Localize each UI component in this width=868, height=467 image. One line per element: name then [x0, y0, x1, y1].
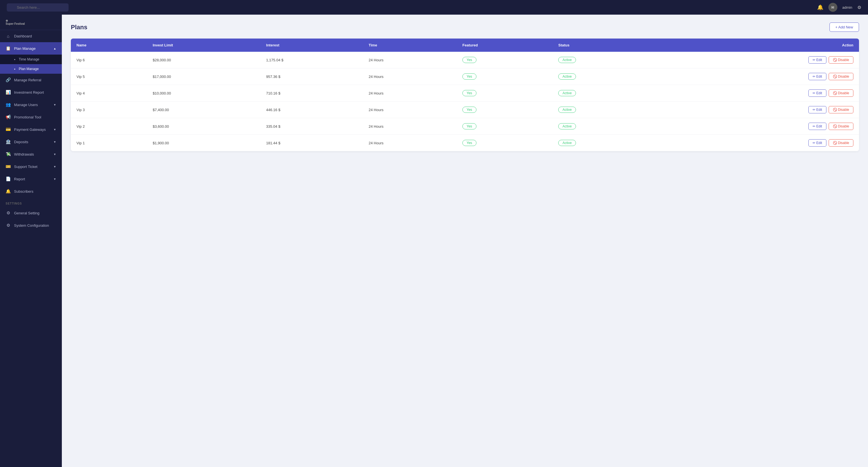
sidebar-item-deposits[interactable]: 🏦 Deposits ▼: [0, 136, 62, 148]
cell-time: 24 Hours: [363, 68, 457, 85]
sidebar-item-dashboard[interactable]: ⌂ Dashboard: [0, 30, 62, 42]
cell-name: Vip 5: [71, 68, 147, 85]
page-title: Plans: [71, 24, 87, 31]
sidebar-item-time-manage[interactable]: ● Time Manage: [0, 55, 62, 64]
notification-bell-icon[interactable]: 🔔: [817, 4, 823, 10]
sidebar-item-support-ticket[interactable]: 🎫 Support Ticket ▼: [0, 160, 62, 173]
search-input[interactable]: [7, 3, 69, 11]
cell-featured: Yes: [457, 101, 553, 118]
sidebar-item-general-setting[interactable]: ⚙ General Setting: [0, 207, 62, 219]
cell-name: Vip 6: [71, 52, 147, 68]
edit-button[interactable]: ✏ Edit: [808, 89, 827, 97]
avatar: ✉: [828, 3, 837, 12]
sidebar-item-subscribers[interactable]: 🔔 Subscribers: [0, 185, 62, 198]
sidebar-item-label: Report: [14, 177, 25, 181]
sidebar-item-system-configuration[interactable]: ⚙ System Configuration: [0, 219, 62, 232]
sidebar-item-manage-users[interactable]: 👥 Manage Users ▼: [0, 98, 62, 111]
plan-manage-icon: 📋: [6, 46, 11, 51]
cell-name: Vip 2: [71, 118, 147, 135]
cell-action: ✏ Edit 🚫 Disable: [656, 85, 859, 101]
cell-featured: Yes: [457, 68, 553, 85]
disable-button[interactable]: 🚫 Disable: [829, 73, 854, 80]
investment-report-icon: 📊: [6, 90, 11, 95]
edit-button[interactable]: ✏ Edit: [808, 139, 827, 147]
col-header-invest-limit: Invest Limit: [147, 38, 260, 52]
disable-button[interactable]: 🚫 Disable: [829, 56, 854, 64]
topbar-left: 🔍: [7, 3, 69, 11]
cell-name: Vip 4: [71, 85, 147, 101]
subscribers-icon: 🔔: [6, 189, 11, 194]
col-header-featured: Featured: [457, 38, 553, 52]
add-new-button[interactable]: + Add New: [830, 23, 859, 32]
sidebar-item-label: Dashboard: [14, 34, 32, 38]
chevron-up-icon: ▲: [53, 47, 56, 50]
chevron-down-icon: ▼: [53, 153, 56, 156]
cell-interest: 181.44 $: [260, 135, 363, 151]
action-buttons: ✏ Edit 🚫 Disable: [662, 106, 854, 113]
cell-name: Vip 3: [71, 101, 147, 118]
cell-action: ✏ Edit 🚫 Disable: [656, 52, 859, 68]
cell-invest-limit: $10,000.00: [147, 85, 260, 101]
status-badge: Active: [558, 140, 576, 146]
action-buttons: ✏ Edit 🚫 Disable: [662, 56, 854, 64]
sidebar-item-investment-report[interactable]: 📊 Investment Report: [0, 86, 62, 98]
sidebar-item-label: Time Manage: [19, 57, 39, 61]
disable-button[interactable]: 🚫 Disable: [829, 106, 854, 113]
settings-section-label: SETTINGS: [0, 198, 62, 207]
cell-featured: Yes: [457, 135, 553, 151]
table-row: Vip 1 $1,900.00 181.44 $ 24 Hours Yes Ac…: [71, 135, 859, 151]
table-row: Vip 6 $28,000.00 1,175.04 $ 24 Hours Yes…: [71, 52, 859, 68]
sidebar-item-label: Plan Manage: [19, 67, 39, 71]
main-content: Plans + Add New Name Invest Limit Intere…: [62, 14, 868, 467]
featured-badge: Yes: [462, 90, 476, 96]
edit-button[interactable]: ✏ Edit: [808, 106, 827, 113]
featured-badge: Yes: [462, 123, 476, 129]
report-icon: 📄: [6, 176, 11, 181]
table-row: Vip 3 $7,400.00 446.16 $ 24 Hours Yes Ac…: [71, 101, 859, 118]
disable-button[interactable]: 🚫 Disable: [829, 89, 854, 97]
sidebar-item-plan-manage-sub[interactable]: ● Plan Manage: [0, 64, 62, 74]
disable-button[interactable]: 🚫 Disable: [829, 139, 854, 147]
chevron-down-icon: ▼: [53, 140, 56, 144]
disable-button[interactable]: 🚫 Disable: [829, 123, 854, 130]
sidebar-item-report[interactable]: 📄 Report ▼: [0, 173, 62, 185]
edit-button[interactable]: ✏ Edit: [808, 73, 827, 80]
cell-time: 24 Hours: [363, 101, 457, 118]
sidebar-item-manage-referral[interactable]: 🔗 Manage Referral: [0, 74, 62, 86]
dashboard-icon: ⌂: [6, 34, 11, 38]
sidebar-item-withdrawals[interactable]: 💸 Withdrawals ▼: [0, 148, 62, 160]
topbar: 🔍 🔔 ✉ admin ⚙: [0, 0, 868, 14]
sidebar-item-label: Promotional Tool: [14, 115, 41, 119]
payment-gateways-icon: 💳: [6, 127, 11, 132]
promotional-tool-icon: 📢: [6, 115, 11, 120]
status-badge: Active: [558, 57, 576, 63]
edit-button[interactable]: ✏ Edit: [808, 123, 827, 130]
dot-icon: ●: [14, 68, 16, 70]
cell-invest-limit: $28,000.00: [147, 52, 260, 68]
edit-button[interactable]: ✏ Edit: [808, 56, 827, 64]
plans-table: Name Invest Limit Interest Time Featured…: [71, 38, 859, 151]
manage-referral-icon: 🔗: [6, 77, 11, 82]
cell-time: 24 Hours: [363, 85, 457, 101]
plans-table-container: Name Invest Limit Interest Time Featured…: [71, 38, 859, 151]
cell-featured: Yes: [457, 85, 553, 101]
action-buttons: ✏ Edit 🚫 Disable: [662, 73, 854, 80]
action-buttons: ✏ Edit 🚫 Disable: [662, 123, 854, 130]
chevron-down-icon: ▼: [53, 103, 56, 106]
sidebar-item-promotional-tool[interactable]: 📢 Promotional Tool: [0, 111, 62, 123]
topbar-settings-icon[interactable]: ⚙: [857, 5, 861, 10]
col-header-time: Time: [363, 38, 457, 52]
admin-name: admin: [842, 5, 852, 9]
sidebar-item-payment-gateways[interactable]: 💳 Payment Gateways ▼: [0, 123, 62, 136]
cell-action: ✏ Edit 🚫 Disable: [656, 101, 859, 118]
cell-action: ✏ Edit 🚫 Disable: [656, 118, 859, 135]
sidebar: ⊛ Super Festival ⌂ Dashboard 📋 Plan Mana…: [0, 14, 62, 467]
sidebar-item-plan-manage[interactable]: 📋 Plan Manage ▲: [0, 42, 62, 55]
cell-status: Active: [553, 135, 656, 151]
cell-invest-limit: $17,000.00: [147, 68, 260, 85]
cell-interest: 446.16 $: [260, 101, 363, 118]
sidebar-item-label: Manage Users: [14, 103, 38, 107]
sidebar-item-label: Withdrawals: [14, 152, 34, 156]
sidebar-item-label: Investment Report: [14, 90, 44, 94]
cell-invest-limit: $1,900.00: [147, 135, 260, 151]
